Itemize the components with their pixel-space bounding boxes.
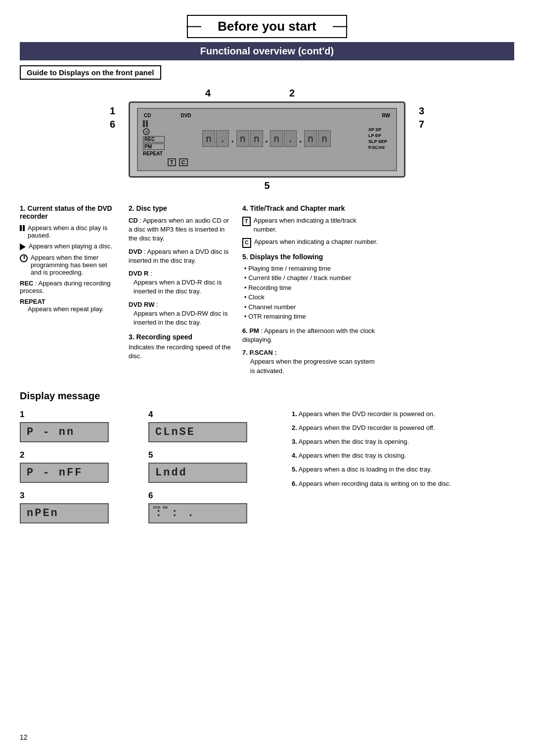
dot-sep2: .	[265, 132, 268, 145]
col3-title4: 4. Title/Track and Chapter mark	[242, 204, 381, 212]
list-item-channel: Channel number	[244, 302, 381, 312]
dm-item-1: 1 P - nn	[20, 410, 148, 442]
list-item-playing-time: Playing time / remaining time	[244, 264, 381, 274]
dm-item-5: 5 Lndd	[148, 450, 287, 483]
dm-lcd-2: P - nFF	[20, 463, 109, 483]
callout-4: 4	[205, 88, 211, 99]
displays-list: Playing time / remaining time Current ti…	[242, 264, 381, 322]
callout-2: 2	[289, 88, 295, 99]
guide-label: Guide to Displays on the front panel	[20, 65, 161, 80]
rec-label: REC	[143, 136, 165, 142]
digit-1a: n	[202, 130, 215, 147]
dm-desc-4: 4. Appears when the disc tray is closing…	[292, 451, 475, 460]
timer-symbol: ⊙	[143, 128, 150, 135]
col3-section: 4. Title/Track and Chapter mark T Appear…	[237, 204, 381, 376]
dm-lcd-6: DVD RW : : .	[148, 503, 247, 523]
timer-desc: Appears when the timer programming has b…	[31, 254, 119, 276]
list-item-otr: OTR remaining time	[244, 312, 381, 322]
dvd-label: DVD	[180, 113, 191, 118]
dot-sep1: .	[231, 132, 234, 145]
display-message-title: Display message	[20, 390, 514, 402]
dm-num-1: 1	[20, 410, 148, 420]
col1-title: 1. Current status of the DVD recorder	[20, 204, 119, 220]
title-track-item: T Appears when indicating a title/track …	[242, 216, 381, 234]
callout-1: 1	[110, 105, 115, 117]
digit-2a: n	[236, 130, 249, 147]
play-desc: Appears when playing a disc.	[29, 242, 112, 250]
dm-right-col: 1. Appears when the DVD recorder is powe…	[287, 410, 475, 531]
slp-sep-label: SLP SEP	[368, 139, 391, 144]
digit-2b: n	[250, 130, 263, 147]
xp-sp-label: XP SP	[368, 127, 391, 132]
dvdrw-item: DVD RW : Appears when a DVD-RW disc is i…	[129, 300, 232, 328]
repeat-item: REPEAT Appears when repeat play.	[20, 298, 119, 313]
dm-lcd-3: nPEn	[20, 503, 109, 523]
rw-label: RW	[382, 113, 390, 118]
dvdr-item: DVD R : Appears when a DVD-R disc is ins…	[129, 269, 232, 296]
callout-7: 7	[419, 119, 424, 130]
col2-title: 2. Disc type	[129, 204, 232, 212]
timer-item: Appears when the timer programming has b…	[20, 254, 119, 276]
digit-4b: n	[318, 130, 331, 147]
dm-num-2: 2	[20, 450, 148, 460]
chapter-item: C Appears when indicating a chapter numb…	[242, 237, 381, 247]
dm-item-3: 3 nPEn	[20, 491, 148, 523]
rec-speed-desc: Indicates the recording speed of the dis…	[129, 343, 232, 361]
list-item-recording-time: Recording time	[244, 283, 381, 293]
pm-label: PM	[143, 143, 165, 150]
panel-diagram: 4 2 1 6 3 7 5 CD DVD RW	[109, 87, 425, 192]
pscan-item: 7. P.SCAN : Appears when the progressive…	[242, 348, 381, 376]
dm-lcd-5: Lndd	[148, 463, 247, 483]
repeat-label: REPEAT	[143, 151, 165, 156]
cd-item: CD : Appears when an audio CD or a disc …	[129, 216, 232, 243]
dm-lcd-1: P - nn	[20, 422, 109, 442]
dm-item-6: 6 DVD RW : : .	[148, 491, 287, 523]
dm-num-6: 6	[148, 491, 287, 501]
dm-desc-3: 3. Appears when the disc tray is opening…	[292, 437, 475, 446]
dm-num-4: 4	[148, 410, 287, 420]
pause-item: Appears when a disc play is paused.	[20, 224, 119, 239]
pause-desc: Appears when a disc play is paused.	[28, 224, 119, 239]
dm-num-5: 5	[148, 450, 287, 460]
list-item-current-title: Current title / chapter / track number	[244, 273, 381, 283]
rec-speed-title: 3. Recording speed	[129, 333, 232, 341]
page-title: Before you start	[218, 19, 316, 34]
digit-3b: .	[284, 130, 297, 147]
col1-section: 1. Current status of the DVD recorder Ap…	[20, 204, 124, 376]
dm-item-4: 4 CLnSE	[148, 410, 287, 442]
pscan-label: P.SCAN	[368, 145, 391, 150]
col2-section: 2. Disc type CD : Appears when an audio …	[124, 204, 237, 376]
dm-num-3: 3	[20, 491, 148, 501]
pm-item: 6. PM : Appears in the afternoon with th…	[242, 327, 381, 344]
dot-sep3: .	[299, 132, 302, 145]
digit-1b: .	[216, 130, 229, 147]
dm-left-col: 1 P - nn 2 P - nFF 3 nPEn	[20, 410, 148, 531]
rec-item: REC : Appears during recording process.	[20, 280, 119, 294]
display-message-section: Display message 1 P - nn 2 P - nFF 3 nPE…	[20, 390, 514, 531]
cd-label: CD	[144, 113, 151, 118]
callout-5: 5	[264, 180, 269, 191]
dvd-item: DVD : Appears when a DVD disc is inserte…	[129, 247, 232, 265]
title-icon: T	[168, 158, 176, 166]
play-item: Appears when playing a disc.	[20, 242, 119, 250]
dm-desc-6: 6. Appears when recording data is writin…	[292, 479, 475, 488]
col3-title5: 5. Displays the following	[242, 253, 381, 261]
digit-4a: n	[304, 130, 317, 147]
dm-item-2: 2 P - nFF	[20, 450, 148, 483]
dm-lcd-4: CLnSE	[148, 422, 247, 442]
digit-3a: n	[270, 130, 283, 147]
dm-desc-1: 1. Appears when the DVD recorder is powe…	[292, 410, 475, 419]
callout-6: 6	[110, 119, 115, 130]
dm-desc-5: 5. Appears when a disc is loading in the…	[292, 465, 475, 474]
page-number: 12	[20, 733, 28, 741]
chapter-icon: C	[179, 158, 188, 166]
dm-middle-col: 4 CLnSE 5 Lndd 6 DVD RW : : .	[148, 410, 287, 531]
pause-symbol	[143, 120, 165, 127]
list-item-clock: Clock	[244, 292, 381, 302]
lp-ep-label: LP EP	[368, 133, 391, 138]
section-header: Functional overview (cont'd)	[20, 42, 514, 60]
callout-3: 3	[419, 105, 424, 117]
dm-desc-2: 2. Appears when the DVD recorder is powe…	[292, 424, 475, 432]
